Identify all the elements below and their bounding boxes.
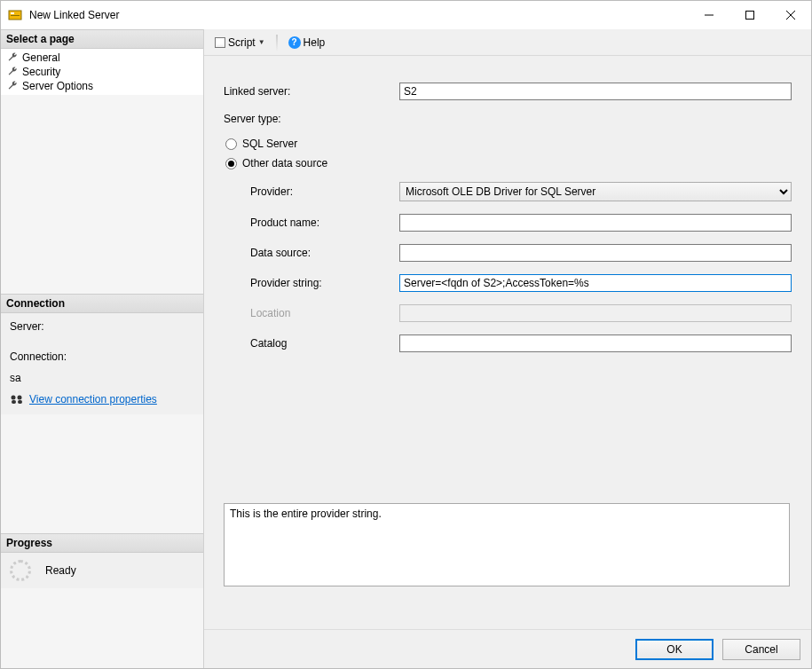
radio-sql-label: SQL Server: [242, 138, 297, 150]
data-source-label: Data source:: [224, 247, 399, 259]
main-panel: Script ▼ ? Help Linked server: Server ty…: [204, 29, 811, 668]
progress-spinner-icon: [10, 560, 31, 581]
svg-rect-4: [746, 12, 754, 20]
connection-label: Connection:: [10, 350, 194, 363]
svg-point-8: [18, 396, 22, 400]
sidebar-spacer: [1, 414, 203, 533]
linked-server-label: Linked server:: [224, 85, 399, 98]
wrench-icon: [6, 66, 19, 78]
script-label: Script: [228, 36, 256, 49]
progress-header: Progress: [1, 533, 203, 553]
linked-server-input[interactable]: [399, 83, 792, 100]
radio-icon: [225, 138, 237, 150]
progress-status: Ready: [45, 564, 76, 577]
help-icon: ?: [288, 36, 301, 49]
radio-other-label: Other data source: [242, 157, 327, 169]
location-input: [399, 304, 792, 322]
radio-icon: [225, 158, 237, 169]
connection-header: Connection: [1, 294, 203, 313]
chevron-down-icon: ▼: [258, 38, 265, 46]
titlebar: New Linked Server: [1, 1, 811, 29]
close-button[interactable]: [770, 1, 811, 29]
sidebar: Select a page General Security Server Op…: [1, 29, 204, 668]
script-button[interactable]: Script ▼: [211, 35, 269, 51]
button-bar: OK Cancel: [204, 629, 811, 668]
toolbar: Script ▼ ? Help: [204, 29, 811, 56]
server-type-label: Server type:: [224, 113, 399, 125]
select-page-header: Select a page: [1, 29, 203, 49]
connection-value: sa: [10, 372, 194, 384]
radio-other-data-source[interactable]: Other data source: [225, 157, 792, 169]
form-area: Linked server: Server type: SQL Server O…: [204, 56, 811, 629]
window-title: New Linked Server: [29, 9, 689, 21]
cancel-button[interactable]: Cancel: [722, 639, 800, 660]
catalog-input[interactable]: [399, 334, 792, 352]
wrench-icon: [6, 51, 19, 64]
page-security[interactable]: Security: [1, 65, 203, 79]
page-general[interactable]: General: [1, 51, 203, 65]
location-label: Location: [224, 307, 399, 319]
script-icon: [215, 37, 225, 48]
provider-string-input[interactable]: [399, 274, 792, 292]
svg-rect-2: [11, 15, 20, 16]
titlebar-buttons: [689, 1, 811, 29]
view-connection-properties-link[interactable]: View connection properties: [29, 393, 157, 405]
svg-rect-10: [18, 400, 22, 404]
sidebar-spacer: [1, 95, 203, 294]
product-name-label: Product name:: [224, 216, 399, 229]
help-button[interactable]: ? Help: [285, 35, 329, 51]
sidebar-spacer: [1, 588, 203, 668]
svg-rect-9: [12, 400, 16, 404]
page-server-options[interactable]: Server Options: [1, 79, 203, 93]
maximize-button[interactable]: [729, 1, 770, 29]
provider-combobox[interactable]: Microsoft OLE DB Driver for SQL Server: [399, 182, 792, 201]
catalog-label: Catalog: [224, 337, 399, 350]
page-label: General: [22, 51, 60, 64]
page-list: General Security Server Options: [1, 49, 203, 95]
page-label: Security: [22, 66, 60, 78]
server-label: Server:: [10, 320, 194, 333]
ok-button[interactable]: OK: [635, 639, 713, 660]
toolbar-divider: [276, 35, 278, 51]
wrench-icon: [6, 80, 19, 92]
dialog-window: New Linked Server Select a page General: [0, 0, 812, 669]
product-name-input[interactable]: [399, 214, 792, 232]
minimize-button[interactable]: [689, 1, 729, 29]
data-source-input[interactable]: [399, 244, 792, 262]
progress-panel: Ready: [1, 553, 203, 588]
radio-sql-server[interactable]: SQL Server: [225, 138, 792, 150]
connection-icon: [10, 394, 24, 405]
provider-string-label: Provider string:: [224, 277, 399, 289]
provider-label: Provider:: [224, 185, 399, 198]
connection-panel: Server: Connection: sa View connection p…: [1, 313, 203, 414]
help-label: Help: [304, 36, 326, 49]
page-label: Server Options: [22, 80, 93, 92]
svg-point-7: [12, 396, 16, 400]
description-text: This is the entire provider string.: [230, 508, 382, 520]
svg-rect-1: [11, 12, 14, 14]
app-icon: [8, 8, 22, 22]
description-panel: This is the entire provider string.: [224, 503, 790, 586]
